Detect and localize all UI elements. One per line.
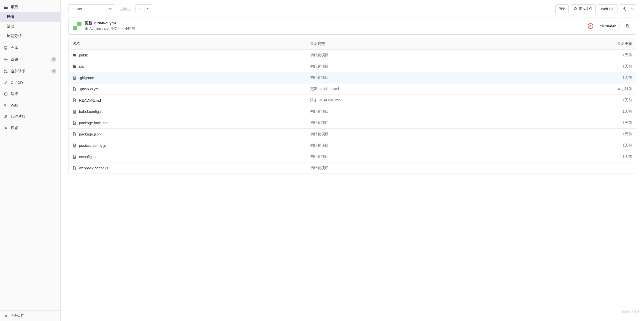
file-last-update: 1天前	[513, 151, 636, 162]
commit-title[interactable]: 更新 .gitlab-ci.yml	[85, 21, 584, 26]
sidebar-item-mr[interactable]: 合并请求0	[0, 66, 60, 76]
home-icon	[4, 5, 8, 9]
sidebar-badge: 0	[51, 69, 56, 74]
file-name: public	[79, 53, 88, 57]
col-last-update: 最后更新	[513, 38, 636, 50]
file-last-update: 1天前	[513, 140, 636, 151]
file-last-commit[interactable]: 初始化项目	[306, 61, 513, 72]
svg-point-4	[6, 72, 7, 73]
chevron-down-icon	[147, 8, 150, 10]
file-last-commit[interactable]: 初始化项目	[306, 72, 513, 84]
settings-icon	[4, 126, 8, 130]
avatar	[73, 22, 82, 30]
file-name: package.json	[79, 132, 100, 136]
folder-icon	[73, 64, 76, 68]
sidebar-item-label: 合并请求	[11, 69, 26, 74]
sidebar-item-wiki[interactable]: Wiki	[0, 100, 60, 110]
file-last-commit[interactable]: 初始化项目	[306, 140, 513, 151]
download-button[interactable]	[620, 4, 629, 13]
sidebar-item-cicd[interactable]: CI / CD	[0, 78, 60, 87]
col-last-commit: 最后提交	[306, 38, 513, 50]
file-icon	[73, 144, 76, 148]
sidebar-item-repo[interactable]: 仓库	[0, 43, 60, 53]
sidebar-sub-0[interactable]: 详情	[0, 12, 60, 22]
sidebar-badge: 0	[51, 57, 56, 62]
sidebar-item-issues[interactable]: 议题0	[0, 54, 60, 64]
sidebar-item-ops[interactable]: 运维	[0, 89, 60, 99]
table-row[interactable]: README.md添加 README.md1天前	[69, 95, 636, 106]
table-row[interactable]: webpack.config.js初始化项目	[69, 162, 636, 174]
svg-point-2	[4, 70, 6, 71]
find-file-button[interactable]: 查找文件	[570, 4, 596, 13]
file-icon	[73, 155, 76, 159]
file-last-commit[interactable]: 初始化项目	[306, 117, 513, 128]
copy-sha-button[interactable]	[623, 22, 632, 30]
toolbar: master …/·/·… 历史	[68, 4, 636, 13]
table-row[interactable]: .gitignore初始化项目1天前	[69, 72, 636, 84]
file-last-commit[interactable]: 初始化项目	[306, 50, 513, 61]
breadcrumb[interactable]: …/·/·…	[117, 6, 134, 12]
file-last-commit[interactable]: 初始化项目	[306, 162, 513, 174]
sidebar-item-settings[interactable]: 设置	[0, 123, 60, 133]
file-last-commit[interactable]: 更新 .gitlab-ci.yml	[306, 84, 513, 95]
add-dropdown-toggle[interactable]	[145, 4, 152, 13]
svg-point-8	[6, 127, 7, 128]
file-last-commit[interactable]: 初始化项目	[306, 128, 513, 140]
svg-point-3	[4, 72, 6, 73]
chevron-down-icon	[631, 8, 634, 10]
wiki-icon	[4, 103, 8, 107]
table-row[interactable]: postcss.config.js初始化项目1天前	[69, 140, 636, 151]
add-dropdown	[136, 4, 152, 13]
table-row[interactable]: tsconfig.json初始化项目1天前	[69, 151, 636, 162]
search-icon	[574, 7, 577, 10]
download-icon	[622, 7, 626, 11]
file-name: babel.config.js	[79, 110, 102, 114]
table-row[interactable]: src初始化项目1天前	[69, 61, 636, 72]
collapse-sidebar[interactable]: 折叠边栏	[0, 310, 60, 321]
sidebar-item-snippets[interactable]: 代码片段	[0, 112, 60, 122]
sidebar-sub-2[interactable]: 周期分析	[0, 31, 60, 41]
web-ide-button[interactable]: Web IDE	[598, 4, 618, 13]
add-button[interactable]	[136, 4, 145, 13]
table-row[interactable]: babel.config.js初始化项目1天前	[69, 106, 636, 117]
sidebar: 项目 详情活动周期分析 仓库议题0合并请求0CI / CD运维Wiki代码片段设…	[0, 0, 60, 321]
main-content: master …/·/·… 历史	[60, 0, 644, 321]
file-last-commit[interactable]: 初始化项目	[306, 106, 513, 117]
sidebar-project[interactable]: 项目	[0, 2, 60, 12]
snippets-icon	[4, 114, 8, 118]
sidebar-sub-1[interactable]: 活动	[0, 22, 60, 31]
file-icon	[73, 110, 76, 114]
file-last-commit[interactable]: 初始化项目	[306, 151, 513, 162]
file-name: postcss.config.js	[79, 143, 106, 148]
table-row[interactable]: package-lock.json初始化项目1天前	[69, 117, 636, 128]
svg-point-7	[6, 117, 7, 118]
table-row[interactable]: package.json初始化项目1天前	[69, 128, 636, 140]
branch-name: master	[72, 7, 82, 11]
file-last-update: 1天前	[513, 95, 636, 106]
chevron-down-icon	[109, 7, 112, 10]
file-name: tsconfig.json	[79, 154, 100, 159]
file-last-update: 1天前	[513, 128, 636, 140]
file-icon	[73, 132, 76, 136]
download-dropdown-toggle[interactable]	[629, 4, 636, 13]
file-icon	[73, 76, 76, 80]
file-last-commit[interactable]: 添加 README.md	[306, 95, 513, 106]
download-group	[620, 4, 636, 13]
collapse-icon	[4, 314, 8, 318]
plus-icon	[139, 7, 142, 10]
file-last-update: 1天前	[513, 106, 636, 117]
sidebar-item-label: 代码片段	[11, 114, 26, 119]
ops-icon	[4, 92, 8, 96]
sidebar-item-label: 运维	[11, 92, 18, 96]
sidebar-item-label: 议题	[11, 57, 18, 62]
file-icon	[73, 98, 76, 102]
branch-selector[interactable]: master	[68, 4, 115, 13]
file-last-update	[513, 162, 636, 174]
pipeline-status-failed-icon[interactable]: ✕	[588, 23, 593, 29]
history-button[interactable]: 历史	[556, 4, 569, 13]
issues-icon	[4, 58, 8, 61]
table-row[interactable]: .gitlab-ci.yml更新 .gitlab-ci.yml4 小时前	[69, 84, 636, 95]
commit-sha[interactable]: eb706d4b	[597, 22, 620, 30]
table-row[interactable]: public初始化项目1天前	[69, 50, 636, 61]
file-last-update: 1天前	[513, 72, 636, 84]
